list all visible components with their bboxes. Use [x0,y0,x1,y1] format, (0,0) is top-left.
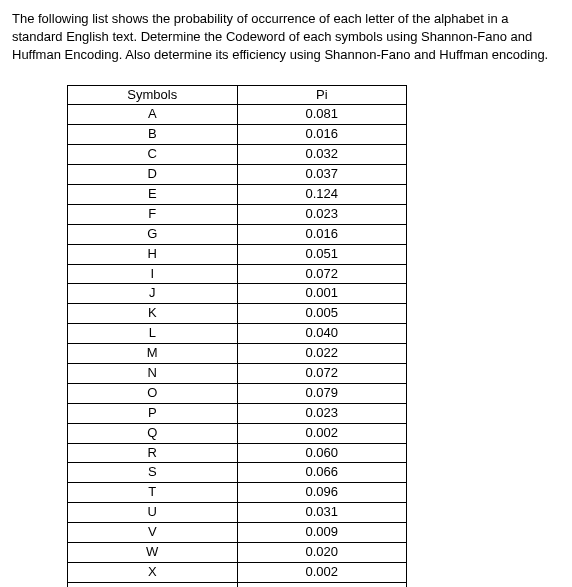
cell-symbol: Q [68,423,238,443]
cell-pi: 0.051 [237,244,407,264]
cell-symbol: W [68,543,238,563]
table-row: T0.096 [68,483,407,503]
cell-symbol: H [68,244,238,264]
table-row: S0.066 [68,463,407,483]
cell-symbol: R [68,443,238,463]
table-row: H0.051 [68,244,407,264]
cell-pi: 0.066 [237,463,407,483]
cell-pi: 0.060 [237,443,407,463]
cell-symbol: U [68,503,238,523]
table-row: M0.022 [68,344,407,364]
table-row: P0.023 [68,403,407,423]
cell-pi: 0.040 [237,324,407,344]
cell-pi: 0.072 [237,264,407,284]
table-row: O0.079 [68,383,407,403]
table-row: W0.020 [68,543,407,563]
table-row: C0.032 [68,145,407,165]
cell-symbol: A [68,105,238,125]
cell-pi: 0.016 [237,125,407,145]
cell-symbol: B [68,125,238,145]
table-row: Q0.002 [68,423,407,443]
cell-pi: 0.009 [237,523,407,543]
cell-pi: 0.037 [237,165,407,185]
table-row: F0.023 [68,204,407,224]
cell-symbol: V [68,523,238,543]
table-row: D0.037 [68,165,407,185]
cell-pi: 0.002 [237,423,407,443]
problem-statement: The following list shows the probability… [12,10,560,65]
cell-pi: 0.005 [237,304,407,324]
table-row: J0.001 [68,284,407,304]
header-symbols: Symbols [68,85,238,105]
cell-pi: 0.124 [237,185,407,205]
cell-pi: 0.079 [237,383,407,403]
cell-pi: 0.096 [237,483,407,503]
table-row: X0.002 [68,562,407,582]
cell-pi: 0.031 [237,503,407,523]
table-row: Y0.019 [68,582,407,587]
table-row: L0.040 [68,324,407,344]
cell-symbol: F [68,204,238,224]
cell-symbol: P [68,403,238,423]
table-row: R0.060 [68,443,407,463]
cell-symbol: C [68,145,238,165]
cell-symbol: L [68,324,238,344]
table-row: E0.124 [68,185,407,205]
table-row: A0.081 [68,105,407,125]
cell-symbol: M [68,344,238,364]
cell-pi: 0.022 [237,344,407,364]
cell-symbol: X [68,562,238,582]
table-row: I0.072 [68,264,407,284]
table-row: N0.072 [68,364,407,384]
cell-symbol: T [68,483,238,503]
cell-symbol: N [68,364,238,384]
cell-symbol: Y [68,582,238,587]
cell-pi: 0.023 [237,403,407,423]
table-row: V0.009 [68,523,407,543]
cell-pi: 0.072 [237,364,407,384]
table-header-row: Symbols Pi [68,85,407,105]
cell-pi: 0.002 [237,562,407,582]
cell-symbol: K [68,304,238,324]
cell-pi: 0.019 [237,582,407,587]
cell-pi: 0.032 [237,145,407,165]
probability-table: Symbols Pi A0.081B0.016C0.032D0.037E0.12… [67,85,407,587]
table-row: K0.005 [68,304,407,324]
cell-symbol: I [68,264,238,284]
cell-symbol: G [68,224,238,244]
cell-pi: 0.020 [237,543,407,563]
cell-symbol: D [68,165,238,185]
cell-pi: 0.001 [237,284,407,304]
cell-pi: 0.023 [237,204,407,224]
cell-symbol: S [68,463,238,483]
cell-pi: 0.016 [237,224,407,244]
cell-symbol: O [68,383,238,403]
table-row: U0.031 [68,503,407,523]
table-container: Symbols Pi A0.081B0.016C0.032D0.037E0.12… [12,85,560,587]
cell-symbol: E [68,185,238,205]
cell-symbol: J [68,284,238,304]
cell-pi: 0.081 [237,105,407,125]
table-row: B0.016 [68,125,407,145]
table-row: G0.016 [68,224,407,244]
header-pi: Pi [237,85,407,105]
